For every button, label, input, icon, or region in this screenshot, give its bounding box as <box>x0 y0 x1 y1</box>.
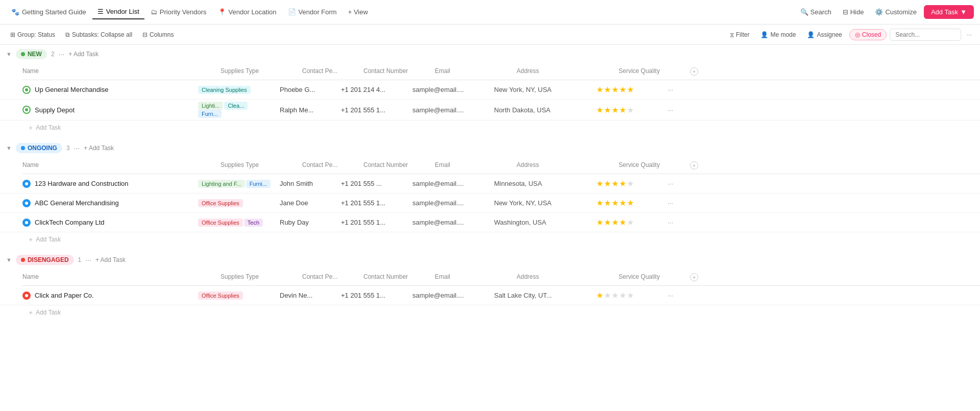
task-name[interactable]: 123 Hardware and Construction <box>35 180 129 187</box>
section-header-ongoing[interactable]: ▼ ONGOING 3 ··· + Add Task <box>0 139 980 157</box>
task-name[interactable]: Up General Merchandise <box>35 86 109 93</box>
task-more-button[interactable]: ··· <box>664 289 682 301</box>
supply-tag: Furn... <box>198 110 222 118</box>
toggle-icon[interactable]: ▼ <box>6 51 12 57</box>
add-task-row[interactable]: + Add Task <box>0 120 980 135</box>
task-email: sample@email.... <box>408 216 490 228</box>
section-header-new[interactable]: ▼ NEW 2 ··· + Add Task <box>0 45 980 63</box>
col-service-quality: Service Quality <box>615 271 686 283</box>
task-status-icon <box>22 180 31 188</box>
section-ongoing: ▼ ONGOING 3 ··· + Add Task Name Supplies… <box>0 139 980 247</box>
me-mode-button[interactable]: 👤 Me mode <box>756 29 800 40</box>
add-task-button[interactable]: Add Task ▼ <box>924 5 974 19</box>
task-name[interactable]: Click and Paper Co. <box>35 292 94 299</box>
col-add[interactable]: + <box>686 159 704 172</box>
more-options-button[interactable]: ··· <box>964 29 974 40</box>
col-name: Name <box>0 159 216 172</box>
add-task-row[interactable]: + Add Task <box>0 305 980 320</box>
task-service-quality: ★★★★★ <box>592 103 664 117</box>
columns-button[interactable]: ⊟ Columns <box>138 29 178 40</box>
task-name[interactable]: ABC General Merchandising <box>35 199 119 207</box>
table-row[interactable]: Click and Paper Co. Office Supplies Devi… <box>0 286 980 305</box>
add-task-label[interactable]: Add Task <box>36 236 61 243</box>
badge-dot <box>21 258 25 262</box>
me-mode-icon: 👤 <box>761 31 768 38</box>
tab-vendor-location[interactable]: 📍 Vendor Location <box>213 5 282 19</box>
section-add-task-link[interactable]: + Add Task <box>95 256 126 263</box>
section-label: ONGOING <box>28 144 57 152</box>
task-name[interactable]: ClickTech Company Ltd <box>35 219 105 226</box>
tab-vendor-form[interactable]: 📄 Vendor Form <box>283 5 342 19</box>
section-more-button[interactable]: ··· <box>74 144 80 152</box>
col-email: Email <box>431 271 512 283</box>
task-more-button[interactable]: ··· <box>664 104 682 116</box>
add-task-row[interactable]: + Add Task <box>0 232 980 247</box>
search-input[interactable] <box>890 29 961 41</box>
tab-vendor-list[interactable]: ☰ Vendor List <box>92 5 144 19</box>
star-2: ★ <box>604 291 611 300</box>
star-1: ★ <box>596 198 603 208</box>
add-task-label[interactable]: Add Task <box>36 124 61 131</box>
task-name-cell: Up General Merchandise <box>0 83 194 97</box>
hide-button[interactable]: ⊟ Hide <box>839 6 868 18</box>
tab-view[interactable]: + View <box>343 5 373 19</box>
badge-dot <box>21 146 25 150</box>
customize-button[interactable]: ⚙️ Customize <box>871 6 920 18</box>
star-3: ★ <box>611 105 619 115</box>
table-row[interactable]: Supply Depot Lighti...Clea...Furn... Ral… <box>0 100 980 120</box>
add-task-label[interactable]: Add Task <box>36 309 61 316</box>
section-more-button[interactable]: ··· <box>59 50 65 58</box>
col-service-quality: Service Quality <box>615 159 686 172</box>
assignee-button[interactable]: 👤 Assignee <box>803 29 846 40</box>
section-badge-disengaged: DISENGAGED <box>16 255 74 265</box>
section-add-task-link[interactable]: + Add Task <box>84 144 114 152</box>
supply-tag: Office Supplies <box>198 199 243 207</box>
supply-tag: Lighti... <box>198 102 223 110</box>
star-5: ★ <box>627 85 634 94</box>
col-add[interactable]: + <box>686 65 704 78</box>
dropdown-icon: ▼ <box>960 8 967 16</box>
task-more-button[interactable]: ··· <box>664 84 682 95</box>
task-more-button[interactable]: ··· <box>664 178 682 189</box>
group-status-button[interactable]: ⊞ Group: Status <box>6 29 59 40</box>
customize-icon: ⚙️ <box>875 8 883 16</box>
vendor-location-icon: 📍 <box>218 8 226 16</box>
col-contact-person: Contact Pe... <box>298 65 359 78</box>
table-row[interactable]: ABC General Merchandising Office Supplie… <box>0 194 980 213</box>
star-2: ★ <box>604 198 611 208</box>
tab-priority-vendors[interactable]: 🗂 Priority Vendors <box>145 5 212 19</box>
closed-badge[interactable]: ◎ Closed <box>849 29 887 40</box>
search-button[interactable]: 🔍 Search <box>796 6 836 18</box>
add-icon: + <box>29 124 33 132</box>
star-3: ★ <box>611 217 619 227</box>
task-email: sample@email.... <box>408 178 490 189</box>
task-more-button[interactable]: ··· <box>664 216 682 228</box>
section-header-disengaged[interactable]: ▼ DISENGAGED 1 ··· + Add Task <box>0 251 980 269</box>
filter-button[interactable]: ⧖ Filter <box>726 29 754 40</box>
task-status-icon <box>22 219 31 227</box>
table-row[interactable]: 123 Hardware and Construction Lighting a… <box>0 174 980 194</box>
section-more-button[interactable]: ··· <box>85 256 91 264</box>
star-rating: ★★★★★ <box>596 85 659 94</box>
star-3: ★ <box>611 179 619 188</box>
main-content: ▼ NEW 2 ··· + Add Task Name Supplies Typ… <box>0 45 980 320</box>
getting-started-icon: 🐾 <box>11 8 19 16</box>
col-supplies-type: Supplies Type <box>216 65 298 78</box>
subtasks-button[interactable]: ⧉ Subtasks: Collapse all <box>61 29 136 40</box>
task-more-button[interactable]: ··· <box>664 197 682 209</box>
task-email: sample@email.... <box>408 84 490 95</box>
col-name: Name <box>0 65 216 78</box>
toggle-icon[interactable]: ▼ <box>6 257 12 263</box>
toggle-icon[interactable]: ▼ <box>6 145 12 151</box>
tab-getting-started[interactable]: 🐾 Getting Started Guide <box>6 5 91 19</box>
star-1: ★ <box>596 179 603 188</box>
star-2: ★ <box>604 85 611 94</box>
table-row[interactable]: Up General Merchandise Cleaning Supplies… <box>0 80 980 100</box>
section-badge-ongoing: ONGOING <box>16 143 62 153</box>
task-name[interactable]: Supply Depot <box>35 106 75 114</box>
table-row[interactable]: ClickTech Company Ltd Office SuppliesTec… <box>0 213 980 232</box>
task-contact-person: John Smith <box>276 178 337 189</box>
columns-icon: ⊟ <box>142 31 148 38</box>
section-add-task-link[interactable]: + Add Task <box>68 51 99 58</box>
col-add[interactable]: + <box>686 271 704 283</box>
